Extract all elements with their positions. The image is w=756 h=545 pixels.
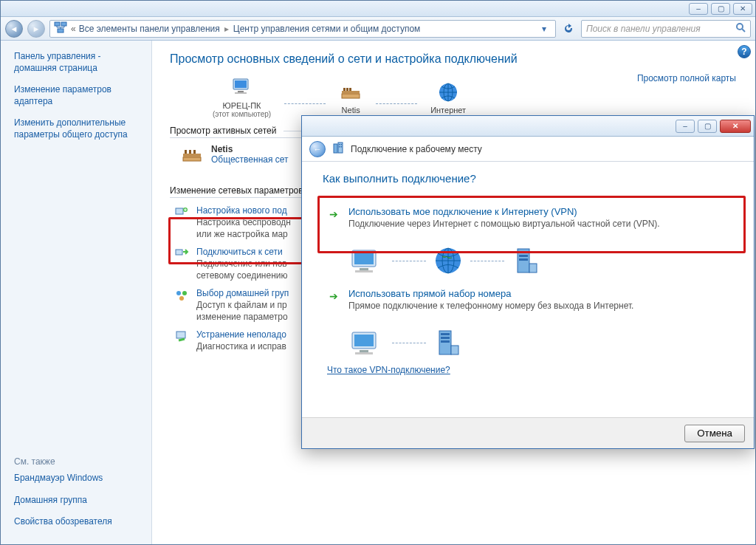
svg-rect-27: [334, 144, 337, 153]
new-connection-icon: [174, 205, 189, 220]
svg-rect-18: [189, 150, 191, 154]
breadcrumb-item[interactable]: Центр управления сетями и общим доступом: [233, 24, 421, 34]
dialog-back-button[interactable]: ←: [309, 141, 326, 157]
svg-rect-29: [339, 144, 340, 145]
dialog-heading: Как выполнить подключение?: [323, 172, 733, 185]
param-title: Устранение неполадо: [196, 329, 286, 340]
refresh-button[interactable]: [560, 21, 577, 37]
troubleshoot-icon: [174, 329, 189, 344]
svg-point-25: [179, 296, 184, 301]
svg-rect-1: [61, 22, 66, 26]
window-maximize-button[interactable]: ▢: [711, 3, 730, 15]
map-internet-label: Интернет: [430, 106, 466, 114]
svg-rect-2: [58, 29, 63, 32]
option-use-vpn[interactable]: ➔ Использовать мое подключение к Интерне…: [323, 198, 733, 239]
option-direct-dial[interactable]: ➔ Использовать прямой набор номера Прямо…: [323, 280, 733, 321]
svg-rect-51: [441, 340, 450, 343]
svg-rect-46: [360, 350, 368, 352]
svg-rect-22: [176, 250, 182, 255]
param-desc: или же настройка мар: [196, 229, 291, 239]
computer-icon: [348, 328, 386, 357]
map-this-pc[interactable]: ЮРЕЦ-ПК (этот компьютер): [213, 76, 271, 118]
dialog-minimize-button[interactable]: –: [676, 120, 695, 133]
param-desc: изменение параметро: [196, 312, 289, 322]
svg-rect-45: [354, 335, 374, 346]
dialog-title: Подключение к рабочему месту: [351, 144, 482, 154]
svg-rect-47: [355, 352, 373, 354]
sidebar-home-link[interactable]: Панель управления - домашняя страница: [14, 51, 144, 74]
cancel-button[interactable]: Отмена: [684, 425, 745, 442]
search-placeholder: Поиск в панели управления: [586, 24, 701, 34]
svg-rect-40: [519, 251, 528, 253]
dialog-close-button[interactable]: ✕: [720, 120, 751, 133]
svg-rect-41: [519, 255, 528, 257]
svg-rect-9: [342, 91, 360, 94]
option-desc: Прямое подключение к телефонному номеру …: [348, 301, 724, 311]
nav-forward-button[interactable]: ►: [27, 20, 45, 38]
svg-rect-6: [238, 91, 244, 92]
svg-rect-49: [441, 333, 450, 335]
network-type-link[interactable]: Общественная сет: [211, 154, 289, 165]
sidebar-adapter-settings-link[interactable]: Изменение параметров адаптера: [14, 84, 144, 107]
map-router[interactable]: Netis: [339, 80, 362, 114]
svg-rect-50: [441, 337, 450, 339]
map-pc-sublabel: (этот компьютер): [213, 110, 271, 118]
search-icon: [735, 22, 746, 35]
param-desc: Настройка беспроводн: [196, 217, 291, 227]
search-input[interactable]: Поиск в панели управления: [581, 20, 751, 38]
param-desc: сетевому соединению: [196, 270, 288, 281]
sidebar-homegroup-link[interactable]: Домашняя группа: [14, 495, 144, 507]
sidebar-sharing-settings-link[interactable]: Изменить дополнительные параметры общего…: [14, 117, 144, 140]
bench-icon: [180, 144, 204, 168]
sidebar-ie-options-link[interactable]: Свойства обозревателя: [14, 516, 144, 528]
what-is-vpn-link[interactable]: Что такое VPN-подключение?: [327, 365, 450, 375]
sidebar: Панель управления - домашняя страница Из…: [1, 41, 152, 544]
network-icon: [53, 20, 68, 37]
server-icon: [432, 328, 461, 357]
svg-rect-15: [183, 157, 201, 161]
breadcrumb[interactable]: « Все элементы панели управления ▸ Центр…: [49, 20, 556, 38]
svg-rect-17: [185, 150, 187, 154]
arrow-right-icon: ➔: [329, 290, 338, 302]
svg-rect-52: [451, 346, 458, 354]
window-close-button[interactable]: ✕: [733, 3, 752, 15]
window-titlebar: – ▢ ✕: [1, 1, 755, 17]
param-desc: Подключение или пов: [196, 258, 288, 269]
window-minimize-button[interactable]: –: [689, 3, 708, 15]
address-bar: ◄ ► « Все элементы панели управления ▸ Ц…: [1, 17, 755, 41]
svg-rect-31: [339, 146, 340, 148]
svg-point-3: [737, 24, 743, 30]
svg-point-24: [182, 291, 187, 295]
svg-rect-5: [235, 80, 247, 88]
dialog-titlebar: – ▢ ✕: [302, 116, 754, 137]
chevron-right-icon: ▸: [223, 24, 230, 34]
option-desc: Подключение через Интернет с помощью вир…: [348, 219, 724, 229]
building-icon: [331, 141, 345, 157]
see-full-map-link[interactable]: Просмотр полной карты: [637, 73, 736, 83]
breadcrumb-item[interactable]: Все элементы панели управления: [79, 24, 220, 34]
dialog-maximize-button[interactable]: ▢: [698, 120, 717, 133]
breadcrumb-dropdown-button[interactable]: ▾: [536, 21, 552, 37]
svg-point-23: [176, 291, 181, 295]
vpn-illustration: [348, 246, 733, 275]
page-title: Просмотр основных сведений о сети и наст…: [170, 52, 738, 66]
svg-rect-35: [360, 268, 368, 270]
sidebar-see-also-label: См. также: [14, 456, 144, 467]
svg-rect-30: [341, 144, 343, 145]
homegroup-icon: [174, 288, 189, 303]
svg-rect-11: [346, 88, 348, 91]
dialog-footer: Отмена: [302, 417, 754, 448]
sidebar-firewall-link[interactable]: Брандмауэр Windows: [14, 473, 144, 484]
map-internet[interactable]: Интернет: [430, 80, 466, 114]
param-title: Подключиться к сети: [196, 247, 288, 257]
svg-rect-26: [176, 332, 185, 338]
server-icon: [510, 246, 540, 275]
option-title: Использовать прямой набор номера: [348, 288, 724, 299]
nav-back-button[interactable]: ◄: [5, 20, 23, 38]
svg-rect-32: [341, 146, 343, 148]
network-name: Netis: [211, 144, 289, 154]
svg-rect-42: [519, 258, 528, 261]
param-title: Выбор домашней груп: [196, 288, 289, 298]
svg-rect-34: [354, 253, 374, 264]
help-icon[interactable]: ?: [738, 45, 751, 58]
